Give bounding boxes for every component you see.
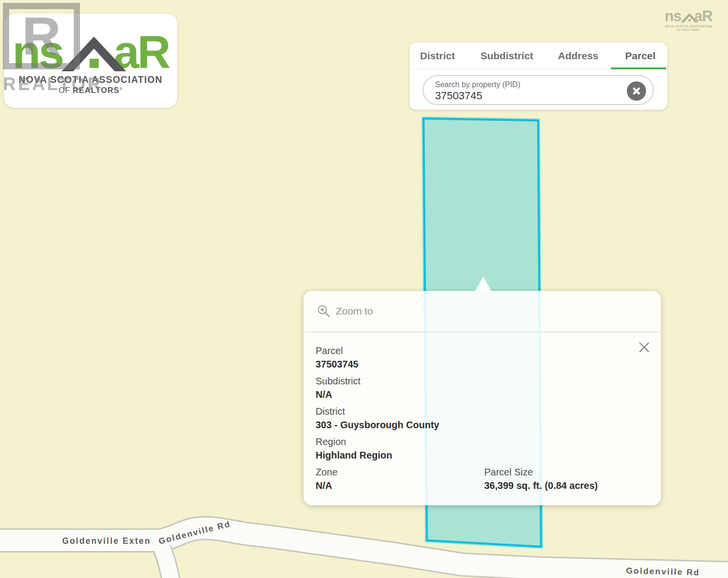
field-region-label: Region (316, 436, 392, 447)
field-parcel-value: 37503745 (316, 359, 358, 370)
field-district-label: District (316, 406, 439, 417)
zoom-in-magnifier-icon (317, 304, 331, 318)
field-zone: Zone N/A (316, 467, 338, 491)
tab-district[interactable]: District (420, 50, 455, 62)
road-label-goldenville-exten: Goldenville Exten (62, 536, 151, 546)
clear-x-icon (632, 86, 641, 96)
nsar-logo: ns aR (13, 18, 169, 72)
road-goldenville (0, 528, 728, 573)
zoom-to-label: Zoom to (336, 305, 373, 317)
popup-divider (304, 331, 661, 332)
field-district: District 303 - Guysborough County (316, 406, 439, 431)
clear-search-button[interactable] (627, 81, 646, 101)
pid-search-field[interactable]: Search by property (PID) (423, 75, 654, 105)
field-subdistrict-label: Subdistrict (316, 376, 360, 387)
field-region: Region Highland Region (316, 436, 392, 461)
popup-close-button[interactable] (638, 341, 650, 354)
zoom-to-button[interactable]: Zoom to (304, 291, 661, 331)
field-parcel-size-value: 36,399 sq. ft. (0.84 acres) (484, 480, 598, 491)
pid-search-label: Search by property (PID) (435, 80, 520, 89)
nsar-of-text: OF (58, 86, 72, 94)
field-subdistrict: Subdistrict N/A (316, 376, 360, 400)
active-tab-underline (611, 67, 666, 69)
road-branch (162, 547, 172, 578)
field-zone-label: Zone (316, 467, 338, 478)
nsar-name-line1: NOVA SCOTIA ASSOCIATION (19, 74, 163, 85)
nsar-roof-icon (58, 32, 130, 73)
field-subdistrict-value: N/A (316, 389, 360, 400)
pid-search-input[interactable] (435, 90, 594, 102)
parcel-info-popup: Zoom to Parcel 37503745 Subdistrict N/A … (304, 291, 661, 505)
nsar-name-line2: OF REALTORS® (58, 86, 122, 95)
nsar-realtors-text: REALTORS (73, 86, 119, 94)
field-parcel: Parcel 37503745 (316, 345, 358, 370)
tab-address[interactable]: Address (558, 50, 598, 62)
field-parcel-label: Parcel (316, 345, 358, 356)
road-label-goldenville-rd-2: Goldenville Rd (626, 565, 700, 578)
field-parcel-size-label: Parcel Size (484, 467, 598, 478)
field-zone-value: N/A (316, 480, 338, 491)
registered-mark: ® (119, 87, 123, 91)
field-parcel-size: Parcel Size 36,399 sq. ft. (0.84 acres) (484, 467, 598, 491)
nsar-logo-ns-text: ns (13, 32, 63, 72)
field-district-value: 303 - Guysborough County (316, 420, 439, 431)
nsar-logo-card: ns aR NOVA SCOTIA ASSOCIATION OF REALTOR… (4, 13, 177, 108)
search-panel: District Subdistrict Address Parcel Sear… (410, 42, 667, 110)
close-x-icon (638, 341, 650, 354)
tab-subdistrict[interactable]: Subdistrict (480, 50, 533, 62)
field-region-value: Highland Region (316, 450, 392, 461)
tab-parcel[interactable]: Parcel (625, 50, 655, 62)
